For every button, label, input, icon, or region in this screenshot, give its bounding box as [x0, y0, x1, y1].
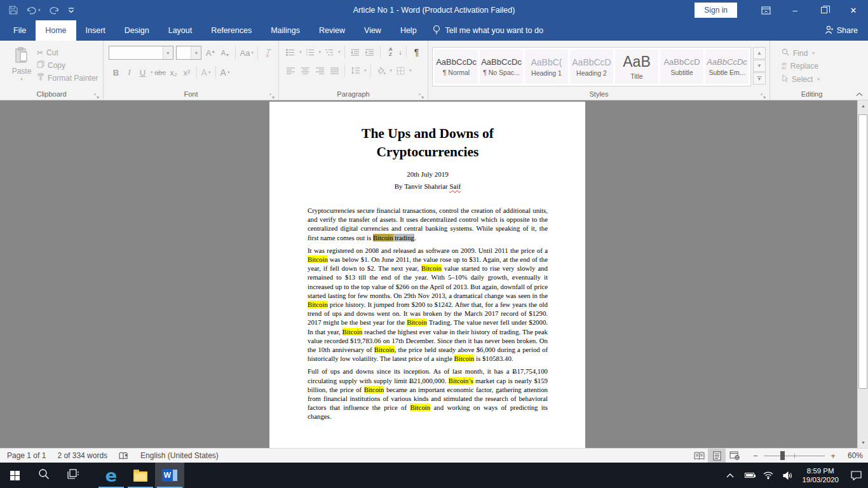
customize-qat-icon[interactable]: [68, 8, 74, 13]
tab-help[interactable]: Help: [391, 20, 426, 41]
find-button[interactable]: Find▾: [782, 48, 853, 58]
style-card-title[interactable]: AaBTitle: [615, 50, 658, 84]
superscript-button[interactable]: x²: [181, 66, 193, 79]
tab-home[interactable]: Home: [36, 20, 76, 41]
tab-mailings[interactable]: Mailings: [261, 20, 309, 41]
taskbar-word-button[interactable]: W: [155, 463, 184, 488]
bullets-button[interactable]: [284, 46, 297, 58]
replace-button[interactable]: abac Replace: [782, 62, 853, 71]
start-button[interactable]: [0, 463, 29, 488]
word-count-status[interactable]: 2 of 334 words: [51, 451, 113, 460]
style-card-normal[interactable]: AaBbCcDc¶ Normal: [435, 50, 478, 84]
select-button[interactable]: Select▾: [782, 74, 853, 85]
taskbar-search-button[interactable]: [29, 463, 58, 488]
style-card-no-spac[interactable]: AaBbCcDc¶ No Spac...: [480, 50, 523, 84]
proofing-errors-icon[interactable]: [113, 452, 135, 460]
collapse-ribbon-icon[interactable]: [856, 91, 863, 98]
style-card-heading-2[interactable]: AaBbCcDHeading 2: [570, 50, 613, 84]
battery-icon[interactable]: [740, 463, 759, 488]
tab-references[interactable]: References: [201, 20, 261, 41]
shrink-font-button[interactable]: A▾: [219, 46, 231, 59]
styles-scroll-down-button[interactable]: ▼: [753, 60, 766, 72]
taskbar-edge-button[interactable]: e: [97, 463, 126, 488]
grow-font-button[interactable]: A▴: [204, 46, 216, 59]
decrease-indent-button[interactable]: [349, 46, 362, 58]
scrollbar-thumb[interactable]: [858, 114, 867, 389]
zoom-out-button[interactable]: −: [752, 451, 759, 461]
tab-insert[interactable]: Insert: [76, 20, 115, 41]
numbering-button[interactable]: [304, 46, 316, 58]
styles-scroll-up-button[interactable]: ▲: [753, 47, 766, 59]
tab-layout[interactable]: Layout: [159, 20, 202, 41]
clipboard-dialog-launcher-icon[interactable]: [94, 91, 100, 97]
scroll-up-arrow[interactable]: ▲: [858, 100, 868, 111]
sign-in-button[interactable]: Sign in: [695, 3, 737, 18]
increase-indent-button[interactable]: [363, 46, 376, 58]
zoom-in-button[interactable]: +: [830, 451, 836, 461]
document-canvas[interactable]: The Ups and Downs of Cryptocurrencies 20…: [0, 100, 868, 448]
hidden-icons-chevron[interactable]: [721, 463, 740, 488]
bold-button[interactable]: B: [110, 66, 122, 79]
styles-more-button[interactable]: ▼: [753, 72, 766, 85]
read-mode-button[interactable]: [690, 449, 708, 463]
shading-button[interactable]: [375, 64, 388, 77]
align-right-button[interactable]: [313, 64, 326, 77]
page-number-status[interactable]: Page 1 of 1: [1, 451, 51, 460]
tab-design[interactable]: Design: [115, 20, 159, 41]
volume-icon[interactable]: [778, 463, 797, 488]
font-size-combo[interactable]: ▾: [176, 46, 202, 60]
tab-file[interactable]: File: [4, 20, 36, 41]
vertical-scrollbar[interactable]: ▲ ▼: [857, 100, 868, 448]
zoom-slider-thumb[interactable]: [780, 451, 785, 460]
print-layout-button[interactable]: [708, 449, 726, 463]
language-status[interactable]: English (United States): [135, 451, 224, 460]
action-center-button[interactable]: [844, 463, 868, 488]
document-page[interactable]: The Ups and Downs of Cryptocurrencies 20…: [269, 102, 585, 448]
italic-button[interactable]: I: [123, 66, 135, 79]
tab-review[interactable]: Review: [309, 20, 355, 41]
restore-button[interactable]: [810, 0, 839, 20]
font-name-combo[interactable]: ▾: [109, 46, 173, 60]
redo-button[interactable]: [50, 6, 59, 15]
borders-button[interactable]: [394, 64, 407, 77]
zoom-slider[interactable]: [764, 451, 825, 460]
wifi-icon[interactable]: [759, 463, 778, 488]
close-button[interactable]: ✕: [839, 0, 868, 20]
minimize-button[interactable]: –: [780, 0, 810, 20]
line-spacing-button[interactable]: [349, 64, 362, 77]
justify-button[interactable]: [328, 64, 341, 77]
tab-view[interactable]: View: [355, 20, 391, 41]
taskbar-clock[interactable]: 8:59 PM 19/03/2020: [797, 466, 844, 484]
paragraph-dialog-launcher-icon[interactable]: [419, 91, 425, 97]
web-layout-button[interactable]: [726, 449, 743, 463]
sort-button[interactable]: AZ: [384, 46, 397, 58]
font-color-button[interactable]: A▾: [219, 66, 231, 79]
ribbon-display-options-icon[interactable]: [751, 0, 780, 20]
font-dialog-launcher-icon[interactable]: [269, 91, 276, 97]
scroll-down-arrow[interactable]: ▼: [858, 437, 868, 448]
undo-button[interactable]: ▾: [27, 6, 41, 15]
style-card-subtle-em[interactable]: AaBbCcDcSubtle Em...: [705, 50, 749, 84]
save-icon[interactable]: [9, 6, 18, 15]
format-painter-button[interactable]: Format Painter: [37, 73, 98, 83]
copy-button[interactable]: Copy: [37, 60, 98, 70]
align-left-button[interactable]: [284, 64, 297, 77]
taskbar-file-explorer-button[interactable]: [126, 463, 155, 488]
style-card-heading-1[interactable]: AaBbC(Heading 1: [525, 50, 568, 84]
underline-button[interactable]: U: [137, 66, 149, 79]
strikethrough-button[interactable]: abc: [154, 66, 166, 79]
task-view-button[interactable]: [58, 463, 88, 488]
styles-dialog-launcher-icon[interactable]: [761, 91, 767, 97]
subscript-button[interactable]: x₂: [168, 66, 180, 79]
multilevel-list-button[interactable]: [323, 46, 336, 58]
clear-formatting-button[interactable]: [262, 46, 275, 59]
share-button[interactable]: Share: [815, 20, 868, 41]
zoom-percentage[interactable]: 60%: [841, 451, 863, 460]
show-hide-pilcrow-button[interactable]: ¶: [410, 46, 423, 58]
cut-button[interactable]: ✂Cut: [37, 48, 98, 57]
text-effects-button[interactable]: A▾: [200, 66, 212, 79]
tell-me-box[interactable]: Tell me what you want to do: [426, 20, 550, 41]
change-case-button[interactable]: Aa▾: [240, 46, 253, 59]
style-card-subtitle[interactable]: AaBbCcDSubtitle: [660, 50, 703, 84]
align-center-button[interactable]: [299, 64, 311, 77]
